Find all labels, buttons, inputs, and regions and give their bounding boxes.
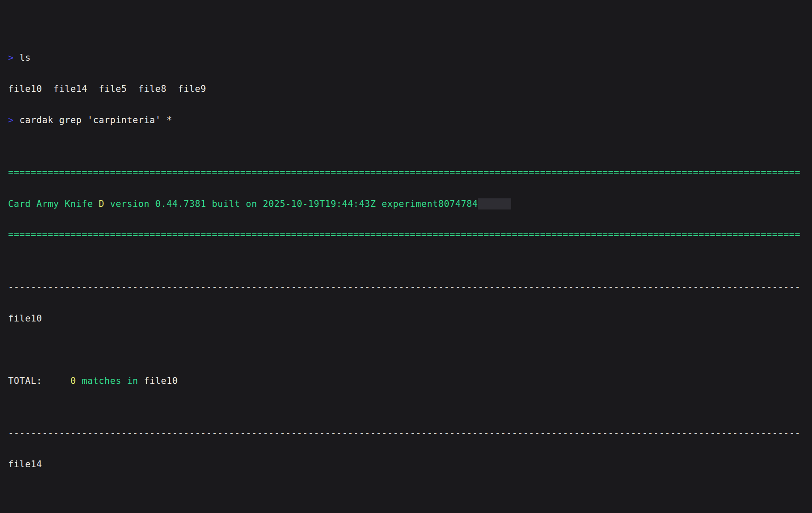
section-file-name: file14 <box>8 459 812 469</box>
match-count: 0 <box>42 376 76 386</box>
terminal[interactable]: > ls file10 file14 file5 file8 file9 > c… <box>0 0 812 513</box>
blank-line <box>8 345 812 355</box>
banner-top-rule: ========================================… <box>8 167 812 177</box>
section-separator: ----------------------------------------… <box>8 428 812 438</box>
section-separator: ----------------------------------------… <box>8 282 812 292</box>
blank-line <box>8 491 812 501</box>
total-label: TOTAL: <box>8 376 42 386</box>
command-grep: cardak grep 'carpinteria' * <box>14 115 172 125</box>
redacted-text <box>478 198 511 209</box>
total-file-name: file10 <box>144 376 178 386</box>
prompt-symbol: > <box>8 115 14 125</box>
section-file-name: file10 <box>8 313 812 324</box>
command-ls: ls <box>14 53 31 63</box>
matches-in-text: matches in <box>76 376 144 386</box>
banner-version-line: Card Army Knife D version 0.44.7381 buil… <box>8 198 812 209</box>
app-name: Card Army Knife <box>8 199 99 209</box>
command-line-grep: > cardak grep 'carpinteria' * <box>8 115 812 125</box>
prompt-symbol: > <box>8 53 14 63</box>
app-flag: D <box>99 199 104 209</box>
version-text: version 0.44.7381 built on 2025-10-19T19… <box>104 199 478 209</box>
banner-bottom-rule: ========================================… <box>8 230 812 240</box>
ls-output: file10 file14 file5 file8 file9 <box>8 84 812 94</box>
section-total: TOTAL: 0 matches in file10 <box>8 376 812 386</box>
command-line-ls: > ls <box>8 53 812 63</box>
